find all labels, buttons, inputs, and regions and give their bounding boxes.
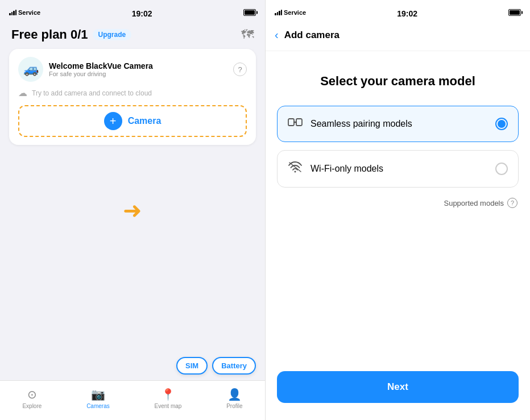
battery-fill [245,10,255,15]
cloud-icon: ☁ [18,88,27,98]
battery-shape [243,9,256,16]
add-camera-title: Add camera [284,30,339,41]
nav-event-map[interactable]: 📍 Event map [155,388,182,409]
seamless-pairing-option[interactable]: Seamless pairing models [277,106,519,142]
right-battery-shape [508,9,521,16]
battery-button[interactable]: Battery [212,357,256,375]
right-phone: Service 19:02 ‹ Add camera Select your c… [265,0,530,420]
plan-title-area: Free plan 0/1 Upgrade [11,27,131,42]
nav-profile-label: Profile [226,403,242,409]
supported-models[interactable]: Supported models ? [266,196,530,208]
plus-icon: + [104,112,122,130]
bottom-nav: ⊙ Explore 📷 Cameras 📍 Event map 👤 Profil… [0,380,265,420]
cameras-icon: 📷 [91,388,105,401]
welcome-text: Welcome BlackVue Camera For safe your dr… [49,61,153,77]
float-buttons: SIM Battery [176,357,256,375]
arrow-icon: ➜ [123,198,142,223]
welcome-card-top: 🚙 Welcome BlackVue Camera For safe your … [18,57,247,82]
right-carrier: Service [284,9,306,16]
back-button[interactable]: ‹ [275,28,279,41]
left-header: Free plan 0/1 Upgrade 🗺 [0,23,265,49]
cloud-message: ☁ Try to add camera and connect to cloud [18,88,247,98]
wifi-only-option[interactable]: Wi-Fi-only models [277,150,519,188]
profile-icon: 👤 [227,388,242,401]
svg-rect-0 [288,119,294,126]
right-battery-icon [508,9,521,16]
svg-point-3 [295,171,296,173]
seamless-icon [288,117,303,131]
welcome-subtitle: For safe your driving [49,70,153,77]
svg-rect-1 [296,119,302,126]
supported-models-help-icon[interactable]: ? [507,198,517,208]
arrow-container: ➜ [123,197,142,223]
right-status-bar: Service 19:02 [266,0,530,23]
car-avatar: 🚙 [18,57,43,82]
nav-explore[interactable]: ⊙ Explore [22,388,42,409]
right-signal: Service [275,9,306,16]
left-carrier: Service [18,9,40,16]
left-battery-icon [243,9,256,16]
right-header: ‹ Add camera [266,23,530,51]
explore-icon: ⊙ [27,388,37,401]
left-time: 19:02 [123,5,162,20]
nav-event-map-label: Event map [155,403,182,409]
add-camera-button[interactable]: + Camera [18,105,247,137]
event-map-icon: 📍 [161,388,175,401]
right-time: 19:02 [388,5,427,20]
right-signal-bars-icon [275,10,282,15]
camera-label: Camera [128,116,162,126]
next-button[interactable]: Next [277,371,519,403]
left-status-bar: Service 19:02 [0,0,265,23]
left-phone: Service 19:02 Free plan 0/1 Upgrade 🗺 🚙 … [0,0,265,420]
svg-point-2 [295,122,296,123]
map-icon[interactable]: 🗺 [241,27,254,42]
wifi-radio[interactable] [495,163,508,175]
upgrade-badge[interactable]: Upgrade [93,29,132,40]
question-icon[interactable]: ? [233,63,247,76]
right-battery-fill [510,10,520,15]
signal-bars-icon [9,10,16,15]
seamless-radio-fill [498,120,506,128]
seamless-radio[interactable] [495,118,508,130]
welcome-title: Welcome BlackVue Camera [49,61,153,70]
cloud-text: Try to add camera and connect to cloud [32,89,152,97]
plan-title: Free plan 0/1 [11,27,88,42]
nav-cameras[interactable]: 📷 Cameras [86,388,110,409]
nav-cameras-label: Cameras [86,403,110,409]
supported-models-label: Supported models [444,199,504,207]
select-camera-title: Select your camera model [266,51,530,106]
left-signal: Service [9,9,40,16]
wifi-only-label: Wi-Fi-only models [310,164,487,174]
sim-button[interactable]: SIM [176,357,208,375]
nav-profile[interactable]: 👤 Profile [226,388,242,409]
nav-explore-label: Explore [22,403,42,409]
seamless-pairing-label: Seamless pairing models [310,119,487,129]
welcome-card: 🚙 Welcome BlackVue Camera For safe your … [9,49,256,145]
wifi-icon [288,161,303,177]
